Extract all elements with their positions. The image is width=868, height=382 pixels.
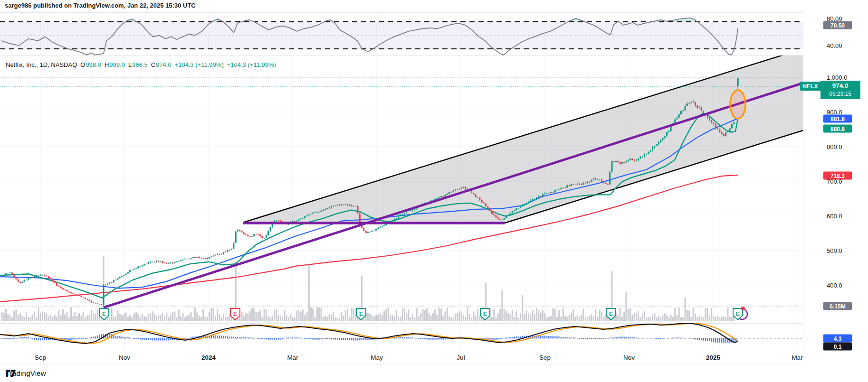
- legend-part: Netflix, Inc., 1D, NASDAQ: [6, 61, 77, 68]
- breakout-ellipse-annotation[interactable]: [730, 90, 745, 119]
- bar-countdown: 05:29:15: [820, 90, 860, 98]
- legend-part: C: [151, 61, 155, 68]
- published-header: sarge986 published on TradingView.com, J…: [5, 2, 196, 9]
- time-axis-label[interactable]: Sep: [539, 354, 551, 361]
- price-axis-label: 1,000.0: [827, 74, 847, 81]
- volume-value-badge: 6.15M: [823, 302, 852, 310]
- macd-line: [0, 323, 738, 344]
- time-axis-label[interactable]: Jul: [457, 354, 465, 361]
- price-axis-separator: [803, 12, 803, 364]
- time-axis-bottom-border: [0, 364, 803, 364]
- legend-part: +104.3 (+11.99%): [175, 61, 224, 68]
- time-axis-label[interactable]: May: [371, 354, 383, 361]
- time-axis-label[interactable]: Nov: [119, 354, 130, 361]
- svg-text:E: E: [609, 311, 613, 317]
- parallel-channel-fill[interactable]: [243, 56, 803, 223]
- time-axis-label[interactable]: Mar: [287, 354, 298, 361]
- svg-text:E: E: [233, 311, 237, 317]
- legend-part: O: [80, 61, 85, 68]
- legend-part: 998.0: [86, 61, 101, 68]
- svg-text:E: E: [359, 311, 363, 317]
- time-axis-label[interactable]: Nov: [623, 354, 635, 361]
- sma50-value-badge: 881.8: [823, 115, 852, 123]
- legend-part: 966.5: [132, 61, 148, 68]
- price-axis-label: 800.0: [827, 143, 842, 150]
- price-axis-label: 600.0: [827, 213, 842, 220]
- symbol-price-badge: NFLX 974.0 05:29:15: [800, 81, 860, 99]
- ema20-value-badge: 880.8: [823, 125, 852, 133]
- macd-line-badge: 0.1: [823, 343, 852, 351]
- price-axis-label: 500.0: [827, 247, 842, 254]
- legend-part: L: [128, 61, 132, 68]
- macd-hist-badge: 4.3: [823, 335, 852, 343]
- sma200-value-badge: 718.3: [823, 172, 852, 180]
- time-axis-label[interactable]: Mar: [792, 354, 802, 361]
- tradingview-logo[interactable]: TradingView: [6, 369, 46, 377]
- legend-part: +104.3 (+11.99%): [227, 61, 276, 68]
- price-axis-label: 40.00: [827, 42, 842, 49]
- rsi-value-badge: 70.50: [823, 21, 852, 29]
- time-axis-label[interactable]: 2025: [706, 354, 720, 361]
- time-axis-label[interactable]: Sep: [35, 354, 46, 361]
- symbol-legend: Netflix, Inc., 1D, NASDAQO998.0H999.0L96…: [6, 61, 279, 68]
- svg-text:E: E: [102, 311, 106, 317]
- macd-pane[interactable]: [0, 323, 803, 352]
- svg-text:E: E: [483, 311, 487, 317]
- legend-part: 999.0: [109, 61, 125, 68]
- volume-bars: [1, 256, 735, 321]
- price-pane[interactable]: EEEEEE: [0, 56, 803, 323]
- rsi-pane[interactable]: [0, 12, 803, 56]
- tradingview-published-chart: { "header": { "text": "sarge986 publishe…: [0, 0, 868, 382]
- tradingview-logo-icon: [6, 370, 16, 377]
- svg-text:E: E: [736, 311, 740, 317]
- time-axis-label[interactable]: 2024: [201, 354, 216, 361]
- last-price: 974.0: [820, 82, 860, 90]
- legend-part: H: [105, 61, 109, 68]
- symbol-tag: NFLX: [800, 82, 820, 91]
- earnings-icon[interactable]: E: [733, 307, 747, 320]
- price-axis-label: 400.0: [827, 282, 842, 289]
- legend-part: 974.0: [156, 61, 172, 68]
